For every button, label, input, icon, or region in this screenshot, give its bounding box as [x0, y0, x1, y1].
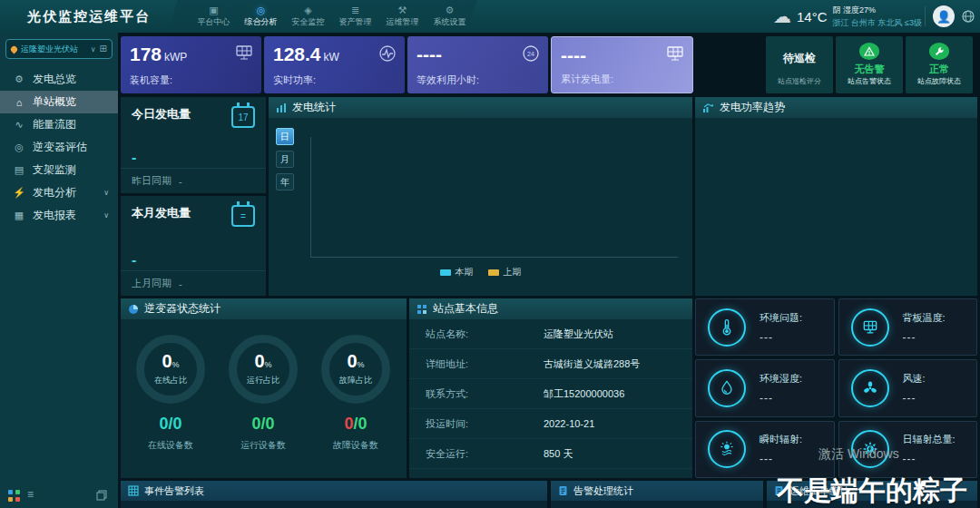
calendar-icon: 17 [231, 106, 255, 128]
calendar-icon: = [231, 205, 255, 227]
toggle-month[interactable]: 月 [276, 151, 294, 168]
24h-clock-icon: 24 [522, 44, 540, 61]
badge-label: 站点巡检评分 [778, 76, 821, 86]
kpi-value: ---- [416, 44, 539, 68]
nav-system-settings[interactable]: ⚙ 系统设置 [428, 0, 471, 33]
month-generation-value: - [132, 252, 136, 269]
nav-security-monitor[interactable]: ◈ 安全监控 [287, 0, 329, 33]
nav-asset-management[interactable]: ≣ 资产管理 [334, 0, 377, 33]
power-trend-panel: 发电功率趋势 [695, 97, 977, 296]
database-icon: ≣ [351, 5, 359, 15]
tile-ambient-humidity: 环境湿度:--- [695, 359, 835, 416]
badge-label: 站点告警状态 [848, 76, 891, 86]
alarm-handling-stats-panel: 告警处理统计 [551, 481, 763, 508]
count-fault-devices: 0/0 故障设备数 [321, 415, 390, 452]
app-title: 光伏监控运维平台 [27, 8, 151, 25]
sidebar-item-bracket-monitoring[interactable]: ▤ 支架监测 [0, 159, 118, 181]
panel-title: 告警处理统计 [573, 484, 633, 498]
info-row-address: 详细地址: 古城街道义城路288号 [409, 349, 692, 379]
kpi-installed-capacity: 178kWP 装机容量: [121, 36, 261, 93]
info-row-contact: 联系方式: 邹工15200000036 [409, 379, 692, 409]
window-restore-icon[interactable] [96, 490, 107, 501]
legend-swatch [488, 269, 499, 276]
station-switch-icon[interactable]: ⊞ [100, 44, 107, 54]
nav-label: 综合分析 [245, 16, 278, 28]
kpi-label: 实时功率: [273, 73, 316, 87]
apps-grid-icon[interactable] [8, 490, 20, 502]
trend-chart-icon [702, 103, 714, 113]
sidebar-item-generation-overview[interactable]: ⚙ 发电总览 [0, 68, 118, 91]
tile-instant-irradiance: 瞬时辐射:--- [695, 421, 835, 478]
home-icon: ⌂ [13, 97, 25, 108]
wrench-icon [929, 43, 949, 60]
compare-footer: 昨日同期 - [121, 168, 266, 193]
solar-panel-icon [666, 45, 684, 62]
panel-title: 发电统计 [292, 100, 336, 115]
weather-location: 浙江 台州市 东北风 ≤3级 [833, 17, 922, 29]
panel-title: 发电功率趋势 [720, 100, 785, 115]
badge-alarm-status: 无告警 站点告警状态 [836, 36, 903, 93]
sidebar-item-label: 能量流图 [33, 117, 76, 132]
site-info-panel: 站点基本信息 站点名称: 运隆塑业光伏站 详细地址: 古城街道义城路288号 联… [409, 298, 692, 478]
thermometer-icon [708, 308, 746, 347]
nav-platform-center[interactable]: ▣ 平台中心 [192, 0, 235, 33]
panel-header: 站点基本信息 [409, 298, 692, 319]
top-bar: 光伏监控运维平台 ▣ 平台中心 ◎ 综合分析 ◈ 安全监控 ≣ 资产管理 ⚒ 运… [0, 0, 980, 33]
compare-value: - [179, 278, 182, 289]
weather-details: 阴 湿度27% 浙江 台州市 东北风 ≤3级 [833, 5, 922, 29]
month-generation-card: 本月发电量 = - 上月同期 - [121, 196, 266, 296]
shield-icon: ◈ [304, 5, 311, 15]
bar-chart-icon [276, 103, 287, 113]
today-generation-card: 今日发电量 17 - 昨日同期 - [121, 97, 266, 193]
nav-label: 资产管理 [339, 16, 372, 28]
nav-ops-management[interactable]: ⚒ 运维管理 [381, 0, 424, 33]
panel-title: 逆变器状态统计 [144, 301, 220, 317]
compare-label: 昨日同期 [132, 174, 172, 188]
user-avatar[interactable]: 👤 [933, 5, 955, 27]
badge-status: 无告警 [855, 63, 885, 76]
sidebar-item-generation-report[interactable]: ▦ 发电报表 ∨ [0, 204, 118, 227]
toggle-day[interactable]: 日 [276, 128, 294, 145]
monitor-icon: ▤ [13, 164, 25, 176]
kpi-value: 128.4kW [273, 44, 396, 68]
info-row-commission-date: 投运时间: 2022-10-21 [409, 409, 692, 439]
panel-header: 逆变器状态统计 [121, 298, 407, 319]
kpi-value: ---- [561, 44, 683, 69]
language-globe-icon[interactable] [962, 10, 975, 23]
kpi-value: 178kWP [130, 44, 252, 68]
toggle-year[interactable]: 年 [276, 173, 294, 190]
sidebar-item-label: 逆变器评估 [33, 140, 87, 155]
nav-label: 安全监控 [292, 16, 325, 28]
count-running-devices: 0/0 运行设备数 [229, 415, 298, 452]
overlay-watermark: 不是端午的粽子 [777, 473, 967, 508]
badge-label: 站点故障状态 [917, 76, 961, 86]
platform-center-icon: ▣ [209, 5, 218, 15]
station-selector[interactable]: 运隆塑业光伏站 ∨ ⊞ [5, 39, 113, 59]
svg-text:24: 24 [527, 51, 534, 57]
sidebar-item-inverter-evaluation[interactable]: ◎ 逆变器评估 [0, 136, 118, 159]
inverter-icon: ◎ [13, 142, 25, 153]
nav-comprehensive-analysis[interactable]: ◎ 综合分析 [240, 0, 282, 33]
sidebar-item-label: 单站概览 [33, 94, 76, 110]
sidebar-footer: ≡ [0, 488, 118, 504]
analysis-bolt-icon: ⚡ [13, 187, 25, 199]
sidebar-item-label: 发电报表 [33, 208, 76, 223]
sidebar-item-single-station-overview[interactable]: ⌂ 单站概览 [0, 91, 118, 113]
panel-header: 发电统计 [269, 97, 692, 118]
kpi-realtime-power: 128.4kW 实时功率: [264, 36, 405, 93]
kpi-label: 装机容量: [130, 73, 172, 87]
collapse-menu-icon[interactable]: ≡ [27, 488, 34, 501]
kpi-label: 累计发电量: [561, 73, 613, 86]
tools-icon: ⚒ [398, 5, 407, 15]
fan-icon [851, 369, 889, 407]
panel-header: 发电功率趋势 [695, 97, 977, 118]
sidebar-item-energy-flow[interactable]: ∿ 能量流图 [0, 113, 118, 136]
panel-title: 站点基本信息 [433, 301, 498, 317]
sidebar-item-generation-analysis[interactable]: ⚡ 发电分析 ∨ [0, 181, 118, 204]
info-row-safe-operation: 安全运行: 850 天 [409, 439, 692, 469]
header-divider [925, 6, 926, 26]
chart-y-axis [310, 137, 311, 258]
flow-icon: ∿ [13, 119, 25, 131]
info-row-station-name: 站点名称: 运隆塑业光伏站 [409, 319, 692, 349]
legend-current-period: 本期 [440, 266, 474, 278]
